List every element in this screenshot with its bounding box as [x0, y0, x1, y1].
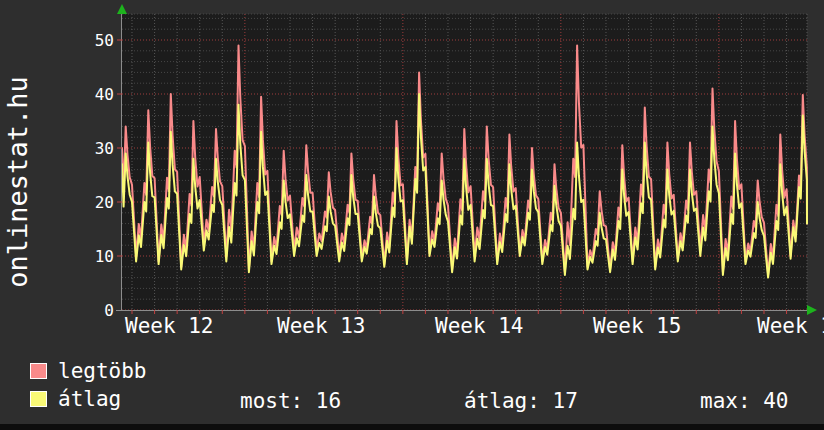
stat-most: most: 16 [240, 391, 341, 412]
legend-swatch-atlag [30, 391, 47, 407]
legend-label-atlag: átlag [58, 389, 121, 410]
x-week-label: Week 15 [593, 314, 682, 338]
y-tick-label: 40 [95, 85, 114, 104]
legend-label-legtobb: legtöbb [58, 361, 147, 382]
x-week-label: Week 14 [435, 314, 524, 338]
x-week-label: Week 13 [277, 314, 366, 338]
legend-swatch-legtobb [30, 363, 47, 379]
stat-graph-page: onlinestat.hu 01020304050 Week 12Week 13… [0, 0, 824, 430]
y-tick-label: 10 [95, 247, 114, 266]
x-axis-labels: Week 12Week 13Week 14Week 15Week 16 [125, 314, 824, 338]
y-tick-label: 50 [95, 31, 114, 50]
x-week-label: Week 12 [125, 314, 214, 338]
y-axis-arrow-icon [117, 4, 127, 14]
y-tick-label: 20 [95, 193, 114, 212]
y-tick-label: 30 [95, 139, 114, 158]
legend-row-atlag: átlag [30, 389, 121, 409]
bottom-divider [0, 424, 824, 430]
legend-row-legtobb: legtöbb [30, 361, 147, 381]
stat-atlag: átlag: 17 [464, 391, 578, 412]
y-axis-labels: 01020304050 [95, 31, 114, 320]
y-tick-label: 0 [104, 301, 114, 320]
chart-plot: 01020304050 Week 12Week 13Week 14Week 15… [0, 0, 824, 356]
x-week-label: Week 16 [757, 314, 824, 338]
stat-max: max: 40 [700, 391, 789, 412]
